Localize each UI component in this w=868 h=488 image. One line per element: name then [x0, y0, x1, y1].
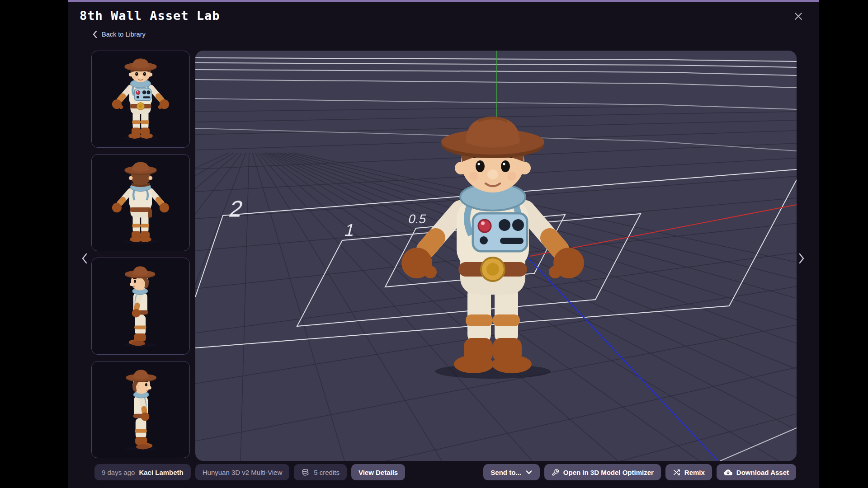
character-right-profile-image — [107, 367, 175, 452]
send-to-button[interactable]: Send to... — [483, 464, 540, 480]
chevron-right-icon — [798, 253, 805, 264]
close-icon — [794, 12, 802, 20]
view-details-button[interactable]: View Details — [351, 464, 405, 480]
coins-icon — [301, 467, 310, 477]
3d-scene: 2 1 0.5 — [195, 51, 797, 461]
thumbnail-left-profile-view[interactable] — [91, 258, 190, 355]
carousel-prev-button[interactable] — [79, 251, 90, 266]
credits-pill: 5 credits — [294, 464, 347, 480]
asset-lab-modal: 8th Wall Asset Lab Back to Library — [68, 0, 819, 488]
open-in-optimizer-button[interactable]: Open in 3D Model Optimizer — [544, 464, 661, 480]
thumbnail-front-view[interactable] — [91, 51, 190, 148]
model-name: Hunyuan 3D v2 Multi-View — [203, 469, 282, 476]
chevron-left-icon — [92, 30, 98, 38]
shuffle-icon — [673, 469, 680, 476]
thumbnail-back-view[interactable] — [91, 154, 190, 251]
model-pill: Hunyuan 3D v2 Multi-View — [195, 464, 289, 480]
character-back-image — [107, 160, 175, 245]
open-in-optimizer-label: Open in 3D Model Optimizer — [563, 469, 654, 476]
timestamp: 9 days ago — [102, 469, 135, 476]
bottom-toolbar: 9 days ago Kaci Lambeth Hunyuan 3D v2 Mu… — [94, 464, 796, 480]
remix-label: Remix — [684, 469, 705, 476]
chevron-left-icon — [81, 253, 88, 264]
view-details-label: View Details — [359, 469, 398, 476]
send-to-label: Send to... — [491, 469, 521, 476]
back-to-library-link[interactable]: Back to Library — [92, 30, 146, 38]
view-thumbnail-list — [91, 51, 190, 465]
3d-viewport[interactable]: 2 1 0.5 — [195, 51, 797, 461]
close-button[interactable] — [792, 9, 805, 23]
carousel-next-button[interactable] — [796, 251, 807, 266]
owner-name: Kaci Lambeth — [139, 469, 183, 476]
asset-meta-pill: 9 days ago Kaci Lambeth — [94, 464, 191, 480]
back-to-library-label: Back to Library — [102, 31, 146, 38]
character-front-image — [107, 57, 175, 142]
chevron-down-icon — [525, 469, 533, 475]
download-asset-button[interactable]: Download Asset — [717, 464, 796, 480]
page-title: 8th Wall Asset Lab — [80, 9, 220, 23]
remix-button[interactable]: Remix — [665, 464, 712, 480]
credits-label: 5 credits — [314, 469, 340, 476]
download-asset-label: Download Asset — [736, 469, 789, 476]
scale-label-05: 0.5 — [407, 211, 428, 226]
cloud-download-icon — [724, 469, 732, 476]
wrench-icon — [552, 469, 559, 476]
thumbnail-right-profile-view[interactable] — [91, 361, 190, 458]
character-left-profile-image — [107, 264, 175, 349]
